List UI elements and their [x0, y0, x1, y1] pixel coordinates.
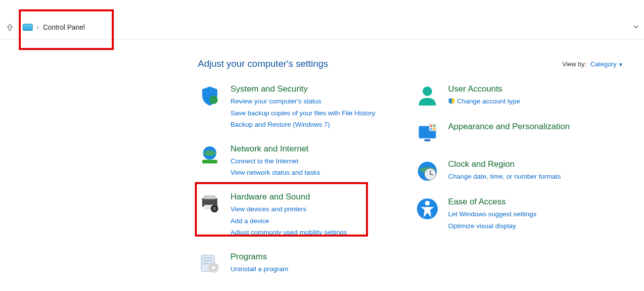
category-link[interactable]: View devices and printers	[230, 204, 347, 215]
uac-shield-icon	[448, 97, 455, 104]
category-link[interactable]: Add a device	[230, 216, 347, 227]
category-appearance: Appearance and Personalization	[415, 122, 603, 146]
address-bar: › Control Panel	[0, 15, 644, 40]
svg-rect-18	[430, 125, 432, 127]
programs-icon	[198, 252, 222, 276]
svg-point-27	[425, 201, 430, 206]
category-link-text: Change account type	[457, 97, 520, 105]
control-panel-icon	[23, 24, 33, 31]
view-by: View by: Category ▼	[562, 60, 623, 68]
category-link[interactable]: Let Windows suggest settings	[448, 209, 537, 220]
category-ease-of-access: Ease of Access Let Windows suggest setti…	[415, 197, 603, 231]
up-icon[interactable]	[5, 22, 15, 32]
page-title: Adjust your computer's settings	[198, 58, 328, 69]
svg-rect-2	[202, 159, 218, 163]
user-icon	[415, 84, 439, 108]
svg-rect-4	[204, 195, 216, 199]
viewby-label: View by:	[562, 60, 587, 68]
svg-point-14	[422, 87, 432, 96]
monitor-icon	[415, 122, 439, 146]
category-title[interactable]: Programs	[230, 252, 288, 262]
caret-down-icon: ▼	[618, 62, 623, 67]
category-link[interactable]: Change account type	[448, 96, 520, 107]
category-link[interactable]: Adjust commonly used mobility settings	[230, 227, 347, 238]
svg-point-0	[209, 96, 218, 104]
category-programs: Programs Uninstall a program	[198, 252, 396, 276]
category-link[interactable]: Connect to the Internet	[230, 156, 320, 167]
svg-rect-16	[424, 140, 430, 142]
category-link[interactable]: Uninstall a program	[230, 264, 288, 275]
category-title[interactable]: System and Security	[230, 84, 375, 94]
svg-point-13	[212, 266, 215, 269]
category-link[interactable]: Backup and Restore (Windows 7)	[230, 119, 375, 130]
category-title[interactable]: Clock and Region	[448, 159, 561, 169]
viewby-value: Category	[591, 60, 617, 68]
category-link[interactable]: Change date, time, or number formats	[448, 171, 561, 182]
svg-point-7	[213, 207, 217, 211]
printer-icon	[198, 192, 222, 216]
shield-icon	[198, 84, 222, 108]
svg-rect-21	[433, 128, 435, 130]
category-link[interactable]: Optimize visual display	[448, 221, 537, 232]
viewby-dropdown[interactable]: Category ▼	[591, 60, 623, 68]
clock-icon	[415, 159, 439, 183]
category-clock-region: Clock and Region Change date, time, or n…	[415, 159, 603, 183]
categories-left: System and Security Review your computer…	[198, 84, 396, 276]
category-hardware-sound: Hardware and Sound View devices and prin…	[198, 192, 396, 238]
breadcrumb-location: Control Panel	[43, 23, 85, 31]
svg-rect-19	[433, 125, 435, 127]
content-area: Adjust your computer's settings View by:…	[0, 40, 644, 286]
category-title[interactable]: Hardware and Sound	[230, 192, 347, 202]
category-title[interactable]: Appearance and Personalization	[448, 122, 570, 132]
category-title[interactable]: Network and Internet	[230, 144, 320, 154]
accessibility-icon	[415, 197, 439, 221]
svg-rect-20	[430, 128, 432, 130]
category-title[interactable]: User Accounts	[448, 84, 520, 94]
globe-icon	[198, 144, 222, 168]
breadcrumb[interactable]: › Control Panel	[19, 21, 89, 33]
chevron-down-icon[interactable]	[633, 23, 639, 31]
category-network-internet: Network and Internet Connect to the Inte…	[198, 144, 396, 178]
category-link[interactable]: Save backup copies of your files with Fi…	[230, 108, 375, 119]
category-system-security: System and Security Review your computer…	[198, 84, 396, 130]
category-link[interactable]: Review your computer's status	[230, 96, 375, 107]
category-link[interactable]: View network status and tasks	[230, 167, 320, 178]
categories-right: User Accounts Change account type Appear…	[415, 84, 603, 276]
category-user-accounts: User Accounts Change account type	[415, 84, 603, 108]
category-title[interactable]: Ease of Access	[448, 197, 537, 207]
chevron-right-icon: ›	[37, 23, 39, 31]
